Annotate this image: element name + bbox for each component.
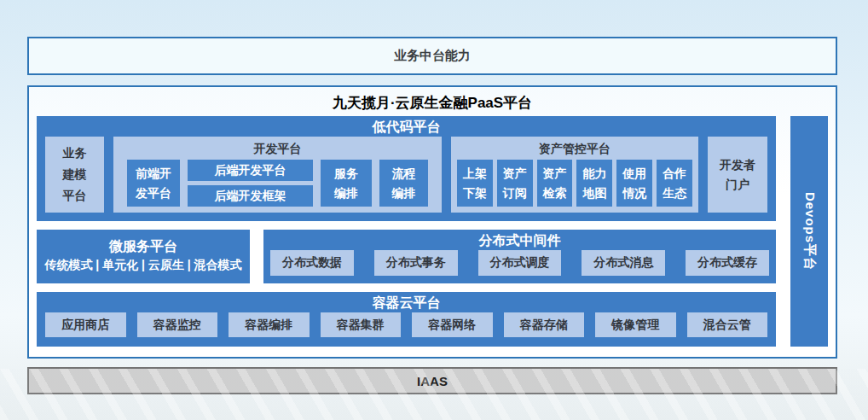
usage-status-box: 使用 情况 — [616, 160, 652, 207]
container-cloud-title: 容器云平台 — [45, 292, 767, 312]
asset-control-title: 资产管控平台 — [457, 137, 692, 160]
app-store-box: 应用商店 — [45, 312, 126, 337]
lowcode-platform-title: 低代码平台 — [45, 116, 767, 137]
devops-platform-label: Devops平台 — [801, 192, 818, 271]
platform-title: 九天揽月·云原生金融PaaS平台 — [37, 90, 828, 116]
capability-map-box: 能力 地图 — [576, 160, 612, 207]
process-orchestration-box: 流程 编排 — [379, 160, 428, 207]
container-orchestration-box: 容器编排 — [229, 312, 310, 337]
microservice-platform-section: 微服务平台 传统模式 | 单元化 | 云原生 | 混合模式 — [37, 230, 250, 283]
asset-subscription-box: 资产 订阅 — [497, 160, 533, 207]
dev-platform-row: 前端开 发平台 后端开发平台 后端开发框架 服务 编排 流程 编排 — [127, 160, 428, 207]
asset-onoff-shelf-box: 上架 下架 — [457, 160, 493, 207]
microservice-platform-title: 微服务平台 — [37, 236, 250, 256]
service-orchestration-box: 服务 编排 — [321, 160, 372, 207]
distributed-middleware-row: 分布式数据 分布式事务 分布式调度 分布式消息 分布式缓存 — [270, 250, 769, 276]
distributed-middleware-title: 分布式中间件 — [270, 230, 769, 250]
dev-platform-title: 开发平台 — [127, 137, 428, 160]
paas-platform-container: 九天揽月·云原生金融PaaS平台 低代码平台 业务 建模 平台 开发平台 前端开… — [27, 85, 837, 359]
iaas-bar: IAAS — [27, 367, 837, 394]
container-cloud-section: 容器云平台 应用商店 容器监控 容器编排 容器集群 容器网络 容器存储 镜像管理… — [37, 292, 776, 347]
asset-control-row: 上架 下架 资产 订阅 资产 检索 能力 地图 使用 情况 合作 生态 — [457, 160, 692, 207]
backend-dev-stack: 后端开发平台 后端开发框架 — [188, 160, 313, 207]
dev-platform-panel: 开发平台 前端开 发平台 后端开发平台 后端开发框架 服务 编排 流程 编排 — [113, 137, 442, 213]
distributed-message-box: 分布式消息 — [582, 250, 665, 276]
lowcode-platform-section: 低代码平台 业务 建模 平台 开发平台 前端开 发平台 后端开发平台 后端开发框… — [37, 116, 776, 221]
cooperation-ecosystem-box: 合作 生态 — [657, 160, 692, 207]
asset-control-panel: 资产管控平台 上架 下架 资产 订阅 资产 检索 能力 地图 使用 情况 合作 … — [451, 137, 698, 213]
devops-platform-bar: Devops平台 — [790, 116, 828, 347]
image-management-box: 镜像管理 — [595, 312, 676, 337]
container-cluster-box: 容器集群 — [321, 312, 402, 337]
frontend-dev-box: 前端开 发平台 — [127, 160, 180, 207]
distributed-data-box: 分布式数据 — [270, 250, 354, 276]
distributed-transaction-box: 分布式事务 — [374, 250, 458, 276]
distributed-middleware-section: 分布式中间件 分布式数据 分布式事务 分布式调度 分布式消息 分布式缓存 — [263, 230, 776, 283]
platform-sections-column: 低代码平台 业务 建模 平台 开发平台 前端开 发平台 后端开发平台 后端开发框… — [37, 116, 776, 347]
container-monitoring-box: 容器监控 — [137, 312, 218, 337]
microservice-modes-label: 传统模式 | 单元化 | 云原生 | 混合模式 — [37, 256, 250, 274]
middle-sections-row: 微服务平台 传统模式 | 单元化 | 云原生 | 混合模式 分布式中间件 分布式… — [37, 230, 776, 283]
hybrid-cloud-management-box: 混合云管 — [687, 312, 768, 337]
container-storage-box: 容器存储 — [504, 312, 585, 337]
business-midplatform-banner: 业务中台能力 — [27, 37, 837, 75]
container-cloud-row: 应用商店 容器监控 容器编排 容器集群 容器网络 容器存储 镜像管理 混合云管 — [45, 312, 767, 337]
platform-content: 低代码平台 业务 建模 平台 开发平台 前端开 发平台 后端开发平台 后端开发框… — [37, 116, 828, 347]
backend-dev-platform-box: 后端开发平台 — [188, 160, 313, 181]
business-modeling-box: 业务 建模 平台 — [45, 137, 104, 213]
business-midplatform-label: 业务中台能力 — [394, 48, 471, 64]
distributed-scheduling-box: 分布式调度 — [478, 250, 562, 276]
developer-portal-box: 开发者 门户 — [708, 137, 767, 213]
lowcode-platform-row: 业务 建模 平台 开发平台 前端开 发平台 后端开发平台 后端开发框架 服务 编… — [45, 137, 767, 213]
iaas-label: IAAS — [417, 374, 448, 388]
distributed-cache-box: 分布式缓存 — [686, 250, 769, 276]
backend-dev-framework-box: 后端开发框架 — [188, 185, 313, 207]
container-network-box: 容器网络 — [412, 312, 493, 337]
page-background: { "top_banner": { "label": "业务中台能力" }, "… — [0, 0, 868, 420]
asset-search-box: 资产 检索 — [537, 160, 573, 207]
